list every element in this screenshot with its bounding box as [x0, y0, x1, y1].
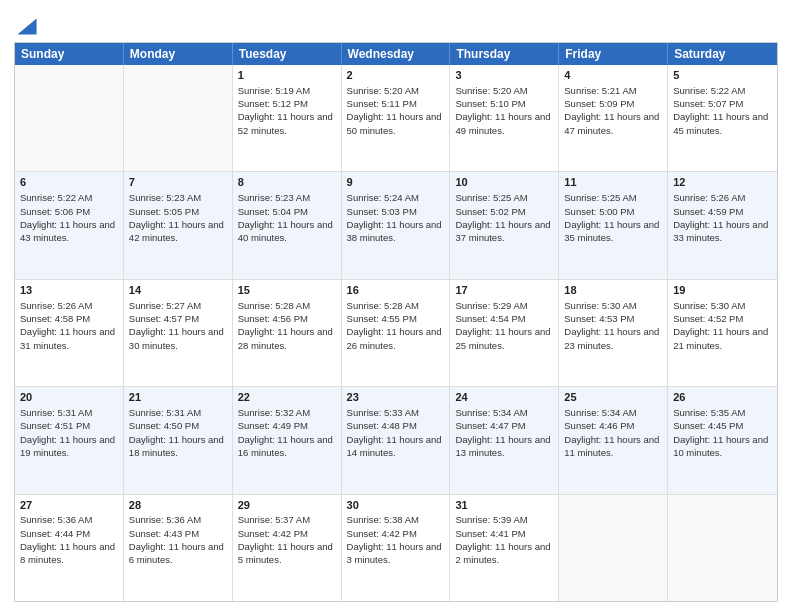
- day-number: 6: [20, 175, 118, 190]
- day-number: 16: [347, 283, 445, 298]
- day-number: 4: [564, 68, 662, 83]
- cell-details: Sunrise: 5:33 AM Sunset: 4:48 PM Dayligh…: [347, 406, 445, 459]
- header-cell-monday: Monday: [124, 43, 233, 65]
- cell-details: Sunrise: 5:28 AM Sunset: 4:56 PM Dayligh…: [238, 299, 336, 352]
- day-number: 25: [564, 390, 662, 405]
- day-number: 1: [238, 68, 336, 83]
- day-number: 18: [564, 283, 662, 298]
- day-number: 10: [455, 175, 553, 190]
- page: SundayMondayTuesdayWednesdayThursdayFrid…: [0, 0, 792, 612]
- calendar-cell: 1Sunrise: 5:19 AM Sunset: 5:12 PM Daylig…: [233, 65, 342, 171]
- header: [14, 10, 778, 36]
- calendar-cell: 14Sunrise: 5:27 AM Sunset: 4:57 PM Dayli…: [124, 280, 233, 386]
- day-number: 13: [20, 283, 118, 298]
- header-cell-wednesday: Wednesday: [342, 43, 451, 65]
- day-number: 9: [347, 175, 445, 190]
- day-number: 31: [455, 498, 553, 513]
- calendar-cell: 13Sunrise: 5:26 AM Sunset: 4:58 PM Dayli…: [15, 280, 124, 386]
- cell-details: Sunrise: 5:26 AM Sunset: 4:58 PM Dayligh…: [20, 299, 118, 352]
- cell-details: Sunrise: 5:20 AM Sunset: 5:10 PM Dayligh…: [455, 84, 553, 137]
- calendar-cell: 19Sunrise: 5:30 AM Sunset: 4:52 PM Dayli…: [668, 280, 777, 386]
- day-number: 22: [238, 390, 336, 405]
- calendar-cell: 27Sunrise: 5:36 AM Sunset: 4:44 PM Dayli…: [15, 495, 124, 601]
- cell-details: Sunrise: 5:25 AM Sunset: 5:00 PM Dayligh…: [564, 191, 662, 244]
- cell-details: Sunrise: 5:31 AM Sunset: 4:51 PM Dayligh…: [20, 406, 118, 459]
- calendar-cell: 24Sunrise: 5:34 AM Sunset: 4:47 PM Dayli…: [450, 387, 559, 493]
- day-number: 5: [673, 68, 772, 83]
- cell-details: Sunrise: 5:25 AM Sunset: 5:02 PM Dayligh…: [455, 191, 553, 244]
- cell-details: Sunrise: 5:21 AM Sunset: 5:09 PM Dayligh…: [564, 84, 662, 137]
- day-number: 7: [129, 175, 227, 190]
- cell-details: Sunrise: 5:27 AM Sunset: 4:57 PM Dayligh…: [129, 299, 227, 352]
- cell-details: Sunrise: 5:38 AM Sunset: 4:42 PM Dayligh…: [347, 513, 445, 566]
- calendar-header-row: SundayMondayTuesdayWednesdayThursdayFrid…: [15, 43, 777, 65]
- calendar-cell: 11Sunrise: 5:25 AM Sunset: 5:00 PM Dayli…: [559, 172, 668, 278]
- calendar-cell: 30Sunrise: 5:38 AM Sunset: 4:42 PM Dayli…: [342, 495, 451, 601]
- calendar-cell: 18Sunrise: 5:30 AM Sunset: 4:53 PM Dayli…: [559, 280, 668, 386]
- cell-details: Sunrise: 5:32 AM Sunset: 4:49 PM Dayligh…: [238, 406, 336, 459]
- calendar-cell: [668, 495, 777, 601]
- calendar-cell: 22Sunrise: 5:32 AM Sunset: 4:49 PM Dayli…: [233, 387, 342, 493]
- cell-details: Sunrise: 5:30 AM Sunset: 4:52 PM Dayligh…: [673, 299, 772, 352]
- day-number: 23: [347, 390, 445, 405]
- day-number: 11: [564, 175, 662, 190]
- header-cell-friday: Friday: [559, 43, 668, 65]
- logo-icon: [16, 14, 38, 36]
- calendar-cell: 3Sunrise: 5:20 AM Sunset: 5:10 PM Daylig…: [450, 65, 559, 171]
- day-number: 27: [20, 498, 118, 513]
- day-number: 2: [347, 68, 445, 83]
- calendar-cell: 2Sunrise: 5:20 AM Sunset: 5:11 PM Daylig…: [342, 65, 451, 171]
- cell-details: Sunrise: 5:35 AM Sunset: 4:45 PM Dayligh…: [673, 406, 772, 459]
- calendar-cell: 25Sunrise: 5:34 AM Sunset: 4:46 PM Dayli…: [559, 387, 668, 493]
- cell-details: Sunrise: 5:19 AM Sunset: 5:12 PM Dayligh…: [238, 84, 336, 137]
- calendar-cell: [15, 65, 124, 171]
- calendar-week-row: 27Sunrise: 5:36 AM Sunset: 4:44 PM Dayli…: [15, 495, 777, 601]
- calendar-cell: 16Sunrise: 5:28 AM Sunset: 4:55 PM Dayli…: [342, 280, 451, 386]
- calendar-cell: [559, 495, 668, 601]
- day-number: 26: [673, 390, 772, 405]
- cell-details: Sunrise: 5:34 AM Sunset: 4:46 PM Dayligh…: [564, 406, 662, 459]
- cell-details: Sunrise: 5:22 AM Sunset: 5:07 PM Dayligh…: [673, 84, 772, 137]
- day-number: 21: [129, 390, 227, 405]
- day-number: 12: [673, 175, 772, 190]
- calendar-cell: 8Sunrise: 5:23 AM Sunset: 5:04 PM Daylig…: [233, 172, 342, 278]
- calendar-cell: [124, 65, 233, 171]
- logo: [14, 14, 38, 36]
- cell-details: Sunrise: 5:36 AM Sunset: 4:43 PM Dayligh…: [129, 513, 227, 566]
- day-number: 8: [238, 175, 336, 190]
- cell-details: Sunrise: 5:20 AM Sunset: 5:11 PM Dayligh…: [347, 84, 445, 137]
- calendar-week-row: 20Sunrise: 5:31 AM Sunset: 4:51 PM Dayli…: [15, 387, 777, 494]
- calendar-cell: 28Sunrise: 5:36 AM Sunset: 4:43 PM Dayli…: [124, 495, 233, 601]
- cell-details: Sunrise: 5:22 AM Sunset: 5:06 PM Dayligh…: [20, 191, 118, 244]
- calendar-cell: 10Sunrise: 5:25 AM Sunset: 5:02 PM Dayli…: [450, 172, 559, 278]
- svg-marker-0: [17, 18, 36, 34]
- calendar-cell: 29Sunrise: 5:37 AM Sunset: 4:42 PM Dayli…: [233, 495, 342, 601]
- calendar-cell: 12Sunrise: 5:26 AM Sunset: 4:59 PM Dayli…: [668, 172, 777, 278]
- header-cell-thursday: Thursday: [450, 43, 559, 65]
- day-number: 24: [455, 390, 553, 405]
- header-cell-saturday: Saturday: [668, 43, 777, 65]
- day-number: 30: [347, 498, 445, 513]
- day-number: 14: [129, 283, 227, 298]
- calendar-cell: 4Sunrise: 5:21 AM Sunset: 5:09 PM Daylig…: [559, 65, 668, 171]
- day-number: 15: [238, 283, 336, 298]
- cell-details: Sunrise: 5:30 AM Sunset: 4:53 PM Dayligh…: [564, 299, 662, 352]
- cell-details: Sunrise: 5:26 AM Sunset: 4:59 PM Dayligh…: [673, 191, 772, 244]
- day-number: 19: [673, 283, 772, 298]
- header-cell-tuesday: Tuesday: [233, 43, 342, 65]
- day-number: 28: [129, 498, 227, 513]
- cell-details: Sunrise: 5:39 AM Sunset: 4:41 PM Dayligh…: [455, 513, 553, 566]
- calendar-week-row: 1Sunrise: 5:19 AM Sunset: 5:12 PM Daylig…: [15, 65, 777, 172]
- calendar-cell: 31Sunrise: 5:39 AM Sunset: 4:41 PM Dayli…: [450, 495, 559, 601]
- calendar-cell: 9Sunrise: 5:24 AM Sunset: 5:03 PM Daylig…: [342, 172, 451, 278]
- cell-details: Sunrise: 5:29 AM Sunset: 4:54 PM Dayligh…: [455, 299, 553, 352]
- calendar-cell: 5Sunrise: 5:22 AM Sunset: 5:07 PM Daylig…: [668, 65, 777, 171]
- cell-details: Sunrise: 5:23 AM Sunset: 5:04 PM Dayligh…: [238, 191, 336, 244]
- calendar-cell: 17Sunrise: 5:29 AM Sunset: 4:54 PM Dayli…: [450, 280, 559, 386]
- day-number: 17: [455, 283, 553, 298]
- calendar-cell: 7Sunrise: 5:23 AM Sunset: 5:05 PM Daylig…: [124, 172, 233, 278]
- calendar-cell: 23Sunrise: 5:33 AM Sunset: 4:48 PM Dayli…: [342, 387, 451, 493]
- calendar-body: 1Sunrise: 5:19 AM Sunset: 5:12 PM Daylig…: [15, 65, 777, 601]
- header-cell-sunday: Sunday: [15, 43, 124, 65]
- calendar-cell: 21Sunrise: 5:31 AM Sunset: 4:50 PM Dayli…: [124, 387, 233, 493]
